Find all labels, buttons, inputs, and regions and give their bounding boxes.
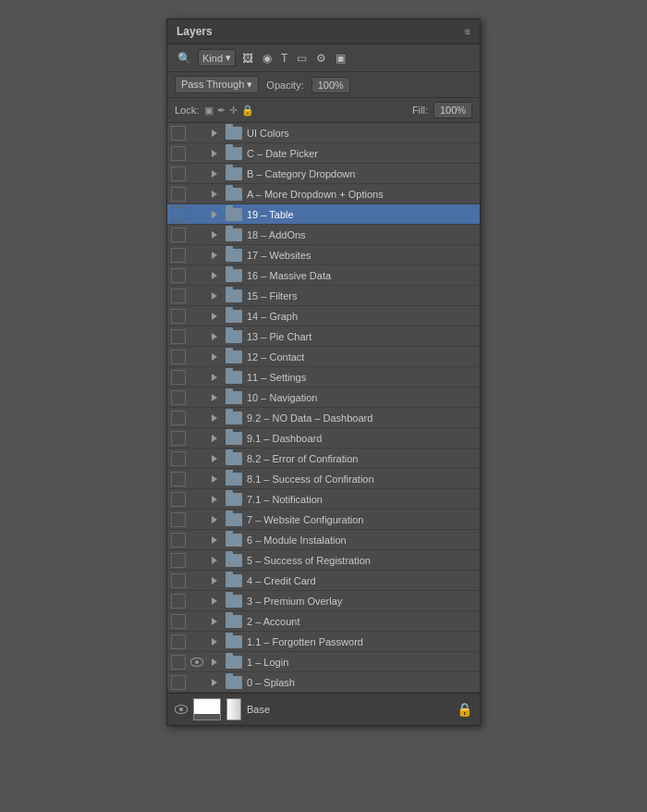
layer-item[interactable]: 8.2 – Error of Confiration (167, 449, 480, 469)
layer-item[interactable]: 12 – Contact (167, 347, 480, 367)
layer-visibility-checkbox[interactable] (171, 289, 186, 303)
layer-visibility-checkbox[interactable] (171, 146, 186, 161)
layer-expand-triangle[interactable] (208, 353, 221, 361)
layer-visibility-checkbox[interactable] (171, 126, 186, 141)
layer-item[interactable]: 19 – Table (167, 204, 480, 225)
layer-expand-triangle[interactable] (208, 516, 221, 523)
layer-visibility-checkbox[interactable] (171, 573, 186, 588)
layer-expand-triangle[interactable] (208, 455, 221, 462)
layer-item[interactable]: 15 – Filters (167, 286, 480, 306)
layer-item[interactable]: 11 – Settings (167, 367, 480, 388)
layer-expand-triangle[interactable] (208, 638, 221, 646)
layer-expand-triangle[interactable] (208, 597, 221, 605)
eye-icon[interactable] (190, 658, 203, 667)
layer-expand-triangle[interactable] (208, 435, 221, 442)
layer-visibility-checkbox[interactable] (171, 614, 186, 629)
layer-visibility-checkbox[interactable] (171, 411, 186, 425)
layer-item[interactable]: 9.1 – Dashboard (167, 428, 480, 449)
layer-expand-triangle[interactable] (208, 475, 221, 483)
layer-item[interactable]: 5 – Success of Registration (167, 550, 480, 571)
layer-item[interactable]: 16 – Massive Data (167, 265, 480, 286)
layer-item[interactable]: 1 – Login (167, 652, 480, 672)
layer-expand-triangle[interactable] (208, 292, 221, 300)
layer-visibility-checkbox[interactable] (171, 248, 186, 263)
layer-item[interactable]: 9.2 – NO Data – Dashboard (167, 408, 480, 428)
layer-item[interactable]: 8.1 – Success of Confiration (167, 469, 480, 489)
layer-item[interactable]: 1.1 – Forgotten Password (167, 632, 480, 652)
layer-visibility-checkbox[interactable] (171, 472, 186, 486)
layer-expand-triangle[interactable] (208, 313, 221, 320)
layer-visibility-checkbox[interactable] (171, 268, 186, 283)
layer-item[interactable]: 3 – Premium Overlay (167, 591, 480, 611)
layer-visibility-checkbox[interactable] (171, 675, 186, 690)
layer-item[interactable]: 7.1 – Notification (167, 489, 480, 510)
layer-expand-triangle[interactable] (208, 211, 221, 218)
layer-expand-triangle[interactable] (208, 333, 221, 340)
layer-expand-triangle[interactable] (208, 577, 221, 584)
layer-expand-triangle[interactable] (208, 536, 221, 544)
panel-menu-icon[interactable]: ≡ (465, 26, 470, 37)
layer-item[interactable]: 7 – Website Configuration (167, 510, 480, 530)
opacity-input[interactable]: 100% (311, 77, 350, 93)
layer-visibility-checkbox[interactable] (171, 594, 186, 609)
layer-item[interactable]: 6 – Module Instalation (167, 530, 480, 550)
layer-item[interactable]: C – Date Picker (167, 143, 480, 164)
layer-expand-triangle[interactable] (208, 414, 221, 422)
filter-shape-icon[interactable]: ▭ (294, 50, 310, 67)
layer-item[interactable]: A – More Dropdown + Options (167, 184, 480, 204)
layer-item[interactable]: UI Colors (167, 123, 480, 143)
layer-visibility-checkbox[interactable] (171, 228, 186, 242)
layer-expand-triangle[interactable] (208, 618, 221, 625)
layer-visibility-checkbox[interactable] (171, 533, 186, 547)
blend-mode-selector[interactable]: Pass Through ▾ (175, 76, 259, 93)
filter-pixel-icon[interactable]: ▣ (333, 50, 348, 67)
layer-expand-triangle[interactable] (208, 496, 221, 503)
layer-expand-triangle[interactable] (208, 150, 221, 157)
layer-visibility-checkbox[interactable] (171, 329, 186, 344)
layer-visibility-checkbox[interactable] (171, 390, 186, 405)
layer-item[interactable]: 4 – Credit Card (167, 571, 480, 591)
layer-expand-triangle[interactable] (208, 231, 221, 239)
layer-item[interactable]: 0 – Splash (167, 672, 480, 693)
layer-expand-triangle[interactable] (208, 557, 221, 564)
layer-expand-triangle[interactable] (208, 394, 221, 401)
layer-visibility-checkbox[interactable] (171, 512, 186, 527)
fill-input[interactable]: 100% (433, 102, 472, 118)
base-layer[interactable]: Base (193, 698, 451, 720)
layer-visibility-checkbox[interactable] (171, 187, 186, 202)
layer-item[interactable]: 17 – Websites (167, 245, 480, 265)
lock-all-icon[interactable]: 🔒 (241, 105, 254, 117)
layer-item[interactable]: B – Category Dropdown (167, 164, 480, 184)
layer-visibility-checkbox[interactable] (171, 451, 186, 466)
layer-item[interactable]: 14 – Graph (167, 306, 480, 326)
layer-item[interactable]: 18 – AddOns (167, 225, 480, 245)
footer-visibility-icon[interactable] (175, 705, 188, 714)
layer-visibility-checkbox[interactable] (171, 207, 186, 222)
layer-visibility-checkbox[interactable] (171, 350, 186, 364)
layer-item[interactable]: 2 – Account (167, 611, 480, 632)
search-icon[interactable]: 🔍 (175, 50, 194, 67)
layer-visibility-checkbox[interactable] (171, 431, 186, 446)
layer-expand-triangle[interactable] (208, 170, 221, 178)
layer-item[interactable]: 10 – Navigation (167, 388, 480, 408)
layer-visibility-checkbox[interactable] (171, 655, 186, 670)
layer-expand-triangle[interactable] (208, 252, 221, 259)
layer-expand-triangle[interactable] (208, 374, 221, 381)
layer-visibility-checkbox[interactable] (171, 309, 186, 324)
layer-expand-triangle[interactable] (208, 191, 221, 198)
layer-visibility-checkbox[interactable] (171, 166, 186, 181)
filter-adjust-icon[interactable]: ◉ (260, 50, 275, 67)
filter-image-icon[interactable]: 🖼 (239, 50, 256, 67)
filter-smart-icon[interactable]: ⚙ (313, 50, 329, 67)
lock-transparent-icon[interactable]: ▣ (204, 105, 214, 117)
layer-visibility-checkbox[interactable] (171, 634, 186, 649)
layer-expand-triangle[interactable] (208, 272, 221, 279)
layer-expand-triangle[interactable] (208, 679, 221, 686)
layer-visibility-checkbox[interactable] (171, 492, 186, 507)
layer-expand-triangle[interactable] (208, 658, 221, 666)
filter-type-icon[interactable]: T (278, 50, 290, 67)
layer-visibility-checkbox[interactable] (171, 370, 186, 385)
layer-item[interactable]: 13 – Pie Chart (167, 326, 480, 347)
lock-position-icon[interactable]: ✛ (229, 105, 238, 117)
kind-selector[interactable]: Kind ▾ (198, 49, 236, 67)
